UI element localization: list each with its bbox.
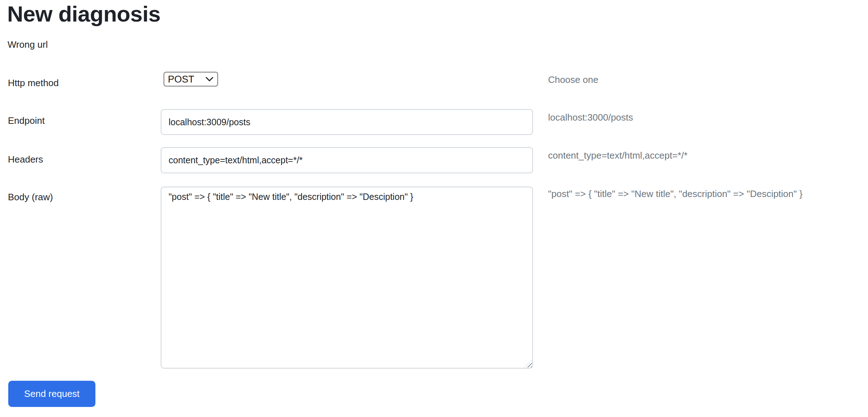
headers-label: Headers <box>8 154 43 165</box>
body-raw-hint: "post" => { "title" => "New title", "des… <box>548 188 802 200</box>
body-raw-textarea[interactable]: "post" => { "title" => "New title", "des… <box>161 187 533 369</box>
http-method-select[interactable]: POST <box>164 72 218 86</box>
http-method-select-wrap: POST <box>164 72 218 86</box>
headers-hint: content_type=text/html,accept=*/* <box>548 150 688 161</box>
send-request-button[interactable]: Send request <box>8 381 95 407</box>
headers-input[interactable] <box>161 147 533 173</box>
diagnosis-name: Wrong url <box>8 39 48 50</box>
http-method-hint: Choose one <box>548 74 598 85</box>
endpoint-label: Endpoint <box>8 115 45 126</box>
page-title: New diagnosis <box>7 1 161 27</box>
new-diagnosis-page: New diagnosis Wrong url Http method POST… <box>0 0 868 417</box>
endpoint-input[interactable] <box>161 109 533 135</box>
http-method-label: Http method <box>8 77 59 89</box>
endpoint-hint: localhost:3000/posts <box>548 112 633 123</box>
body-raw-label: Body (raw) <box>8 191 53 203</box>
